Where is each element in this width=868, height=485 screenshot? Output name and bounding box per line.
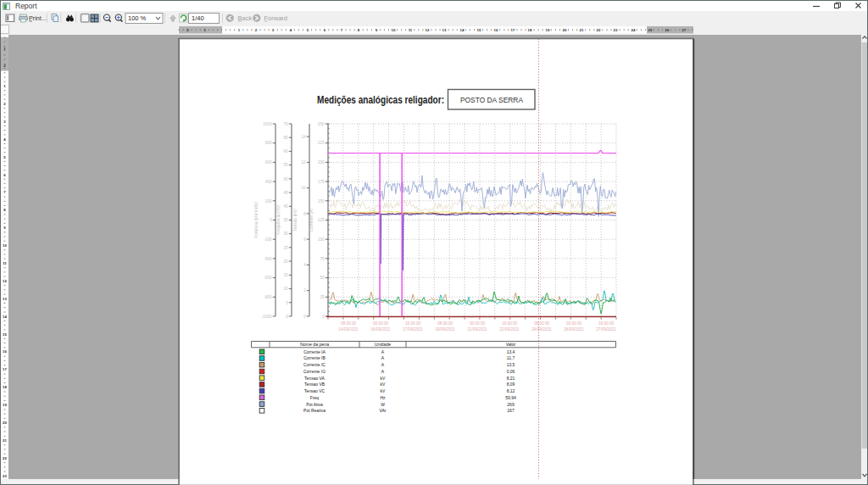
svg-text:16/09/2021: 16/09/2021 <box>370 327 391 332</box>
svg-text:Valor: Valor <box>506 342 516 347</box>
svg-text:100: 100 <box>318 237 325 242</box>
svg-text:26: 26 <box>665 28 670 32</box>
svg-text:08:00:00: 08:00:00 <box>534 321 550 326</box>
svg-text:Pot Reativa: Pot Reativa <box>303 408 326 413</box>
svg-text:14: 14 <box>3 315 7 319</box>
svg-text:00:00:00: 00:00:00 <box>373 321 389 326</box>
svg-text:Hz: Hz <box>380 395 386 400</box>
svg-text:8: 8 <box>303 212 306 216</box>
svg-text:Freq: Freq <box>310 395 320 400</box>
svg-text:8,09: 8,09 <box>507 382 515 387</box>
svg-text:16: 16 <box>494 28 498 32</box>
svg-text:Pot Ativa: Pot Ativa <box>306 402 323 407</box>
svg-text:22: 22 <box>3 456 7 460</box>
svg-text:Tensao VB: Tensao VB <box>304 382 326 387</box>
svg-text:400: 400 <box>265 180 272 184</box>
svg-text:Corrente IC: Corrente IC <box>303 362 326 367</box>
svg-text:11: 11 <box>409 28 413 32</box>
svg-text:269: 269 <box>507 402 515 407</box>
svg-text:225: 225 <box>318 141 325 145</box>
svg-text:1/40: 1/40 <box>192 14 204 22</box>
svg-text:59,94: 59,94 <box>505 395 516 400</box>
svg-text:15: 15 <box>3 332 7 337</box>
svg-text:Nome da pena: Nome da pena <box>300 342 329 347</box>
svg-text:Corrente IG: Corrente IG <box>303 369 326 374</box>
svg-text:14: 14 <box>301 135 306 139</box>
svg-text:50: 50 <box>320 276 325 280</box>
svg-text:8,12: 8,12 <box>507 388 515 393</box>
svg-text:2: 2 <box>303 288 306 293</box>
svg-text:12: 12 <box>3 279 7 283</box>
svg-text:11,7: 11,7 <box>507 355 515 360</box>
svg-text:22: 22 <box>597 28 601 32</box>
svg-text:13,5: 13,5 <box>507 362 515 367</box>
svg-text:10: 10 <box>301 186 306 190</box>
svg-text:17: 17 <box>511 28 515 32</box>
svg-text:kV: kV <box>381 382 387 387</box>
svg-text:-800: -800 <box>264 295 272 299</box>
svg-text:167: 167 <box>507 408 515 413</box>
svg-text:12: 12 <box>426 28 430 32</box>
svg-text:Report: Report <box>15 2 37 10</box>
svg-text:800: 800 <box>265 141 272 145</box>
svg-text:200: 200 <box>318 160 325 164</box>
svg-text:POSTO DA SERRA: POSTO DA SERRA <box>460 96 524 104</box>
svg-text:24: 24 <box>632 28 636 32</box>
svg-text:55: 55 <box>283 163 288 167</box>
svg-text:14: 14 <box>460 28 465 32</box>
svg-text:20: 20 <box>3 421 7 425</box>
svg-text:22/09/2021: 22/09/2021 <box>499 327 520 332</box>
svg-text:70: 70 <box>283 122 288 126</box>
svg-text:23: 23 <box>614 28 618 32</box>
svg-text:Corrente IA: Corrente IA <box>303 349 326 354</box>
svg-text:16: 16 <box>3 349 7 354</box>
svg-text:Print...: Print... <box>29 14 47 22</box>
svg-text:-1000: -1000 <box>262 315 273 319</box>
svg-text:Corrente IB: Corrente IB <box>303 355 326 360</box>
svg-text:11: 11 <box>3 261 7 265</box>
svg-text:50: 50 <box>283 177 288 181</box>
svg-text:13: 13 <box>442 28 447 32</box>
svg-text:-200: -200 <box>264 237 272 242</box>
svg-text:0,06: 0,06 <box>507 369 515 374</box>
svg-text:4: 4 <box>303 263 306 267</box>
svg-text:20: 20 <box>283 259 288 264</box>
svg-text:75: 75 <box>320 257 325 261</box>
svg-text:15: 15 <box>283 273 288 277</box>
svg-text:10: 10 <box>3 243 7 248</box>
svg-text:5: 5 <box>286 301 288 305</box>
svg-text:W: W <box>381 402 385 407</box>
svg-text:kV: kV <box>381 376 387 381</box>
svg-text:6: 6 <box>303 237 306 242</box>
svg-text:27/09/2021: 27/09/2021 <box>596 327 616 332</box>
svg-text:Forward: Forward <box>264 14 288 22</box>
svg-text:VAr: VAr <box>380 408 387 413</box>
svg-text:0: 0 <box>286 315 288 319</box>
svg-text:600: 600 <box>265 160 272 164</box>
svg-text:20: 20 <box>563 28 567 32</box>
svg-text:-400: -400 <box>264 257 272 261</box>
svg-text:08:00:00: 08:00:00 <box>341 321 357 326</box>
svg-text:17/09/2021: 17/09/2021 <box>403 327 423 332</box>
svg-text:0: 0 <box>322 315 325 319</box>
svg-text:30: 30 <box>283 231 288 236</box>
svg-text:16:00:00: 16:00:00 <box>502 321 518 326</box>
svg-text:19: 19 <box>3 403 7 407</box>
svg-text:25: 25 <box>648 28 653 32</box>
svg-text:Tensao VC: Tensao VC <box>304 388 326 393</box>
svg-text:16:00:00: 16:00:00 <box>598 321 615 326</box>
svg-text:40: 40 <box>283 204 288 209</box>
svg-text:24/09/2021: 24/09/2021 <box>531 327 552 332</box>
svg-text:Medições analógicas religador:: Medições analógicas religador: <box>317 94 444 106</box>
svg-text:Tensao VA: Tensao VA <box>304 376 325 381</box>
svg-text:Frequência (Hz): Frequência (Hz) <box>275 204 281 235</box>
svg-text:150: 150 <box>318 199 325 203</box>
svg-text:19: 19 <box>546 28 550 32</box>
svg-text:26/09/2021: 26/09/2021 <box>564 327 584 332</box>
svg-text:Potência (kW kVAr): Potência (kW kVAr) <box>253 202 259 239</box>
svg-text:100 %: 100 % <box>128 14 147 22</box>
svg-text:45: 45 <box>283 191 288 195</box>
svg-text:125: 125 <box>318 218 325 222</box>
svg-text:175: 175 <box>318 180 325 184</box>
svg-text:00:00:00: 00:00:00 <box>566 321 582 326</box>
